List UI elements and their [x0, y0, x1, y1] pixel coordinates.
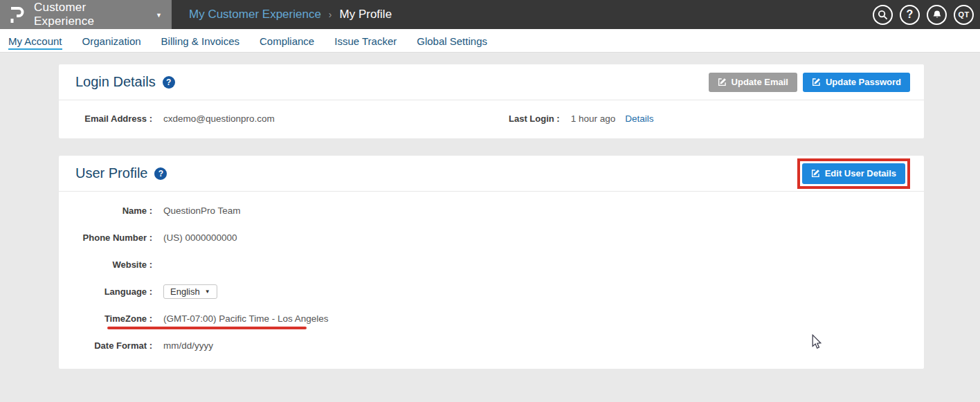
email-address-value: cxdemo@questionpro.com	[163, 113, 275, 124]
login-details-help-icon[interactable]: ?	[163, 76, 175, 89]
user-avatar[interactable]: QT	[954, 5, 974, 25]
date-format-row: Date Format : mm/dd/yyyy	[59, 332, 924, 359]
phone-number-value: (US) 0000000000	[163, 232, 237, 243]
breadcrumb-parent-link[interactable]: My Customer Experience	[189, 8, 321, 21]
timezone-label: TimeZone :	[59, 313, 152, 324]
help-button[interactable]: ?	[900, 5, 920, 25]
language-selected-value: English	[170, 286, 200, 297]
product-switcher[interactable]: Customer Experience ▼	[0, 0, 172, 29]
website-label: Website :	[59, 259, 152, 270]
user-profile-help-icon[interactable]: ?	[154, 167, 167, 180]
email-address-row: Email Address : cxdemo@questionpro.com	[59, 113, 275, 124]
last-login-label: Last Login :	[509, 113, 560, 124]
page-title: My Profile	[340, 8, 392, 21]
user-profile-card: User Profile ? Edit User Details Name : …	[59, 156, 924, 369]
tab-issue-tracker[interactable]: Issue Tracker	[334, 32, 397, 50]
website-row: Website :	[59, 251, 924, 278]
tab-global-settings[interactable]: Global Settings	[417, 32, 487, 50]
tab-my-account[interactable]: My Account	[8, 32, 62, 50]
login-details-body: Email Address : cxdemo@questionpro.com L…	[59, 100, 924, 138]
chevron-down-icon: ▼	[205, 289, 210, 295]
notifications-button[interactable]	[927, 5, 947, 25]
phone-number-label: Phone Number :	[59, 232, 152, 243]
login-details-header: Login Details ? Update Email Update Pass…	[59, 64, 924, 100]
update-password-button[interactable]: Update Password	[803, 73, 910, 92]
user-profile-header: User Profile ? Edit User Details	[59, 156, 924, 192]
top-header-bar: Customer Experience ▼ My Customer Experi…	[0, 0, 980, 29]
login-details-title: Login Details	[75, 74, 156, 90]
search-button[interactable]	[873, 5, 893, 25]
language-row: Language : English ▼	[59, 278, 924, 305]
breadcrumb: My Customer Experience › My Profile	[189, 0, 392, 29]
login-details-actions: Update Email Update Password	[709, 73, 910, 92]
name-row: Name : QuestionPro Team	[59, 197, 924, 224]
last-login-details-link[interactable]: Details	[625, 113, 653, 124]
edit-icon	[812, 77, 821, 86]
tab-organization[interactable]: Organization	[82, 32, 141, 50]
update-password-label: Update Password	[826, 77, 901, 87]
product-name: Customer Experience	[34, 1, 149, 28]
edit-icon	[718, 77, 727, 86]
breadcrumb-separator: ›	[329, 9, 332, 20]
red-annotation-box: Edit User Details	[797, 158, 910, 189]
last-login-row: Last Login : 1 hour ago Details	[509, 113, 654, 124]
update-email-label: Update Email	[732, 77, 788, 87]
language-dropdown[interactable]: English ▼	[163, 284, 217, 299]
user-profile-title: User Profile	[75, 165, 147, 181]
edit-user-details-button[interactable]: Edit User Details	[802, 163, 905, 184]
red-underline-annotation	[107, 327, 307, 329]
settings-tab-nav: My Account Organization Billing & Invoic…	[0, 29, 980, 53]
date-format-value: mm/dd/yyyy	[163, 340, 213, 351]
questionpro-logo-icon	[10, 6, 25, 24]
tab-billing-invoices[interactable]: Billing & Invoices	[161, 32, 239, 50]
timezone-value: (GMT-07:00) Pacific Time - Los Angeles	[163, 313, 329, 324]
language-label: Language :	[59, 286, 152, 297]
edit-user-details-label: Edit User Details	[825, 168, 896, 179]
avatar-initials: QT	[959, 10, 970, 19]
search-icon	[878, 10, 888, 20]
phone-number-row: Phone Number : (US) 0000000000	[59, 224, 924, 251]
user-profile-body: Name : QuestionPro Team Phone Number : (…	[59, 192, 924, 359]
edit-icon	[811, 169, 820, 178]
update-email-button[interactable]: Update Email	[709, 73, 797, 92]
name-value: QuestionPro Team	[163, 205, 241, 216]
last-login-value: 1 hour ago	[571, 113, 616, 124]
chevron-down-icon: ▼	[156, 12, 162, 19]
date-format-label: Date Format :	[59, 340, 152, 351]
question-mark-icon: ?	[907, 8, 914, 21]
email-address-label: Email Address :	[59, 113, 152, 124]
tab-compliance[interactable]: Compliance	[260, 32, 314, 50]
login-details-card: Login Details ? Update Email Update Pass…	[59, 64, 924, 138]
topbar-icon-group: ? QT	[873, 0, 974, 29]
name-label: Name :	[59, 205, 152, 216]
bell-icon	[932, 10, 942, 20]
